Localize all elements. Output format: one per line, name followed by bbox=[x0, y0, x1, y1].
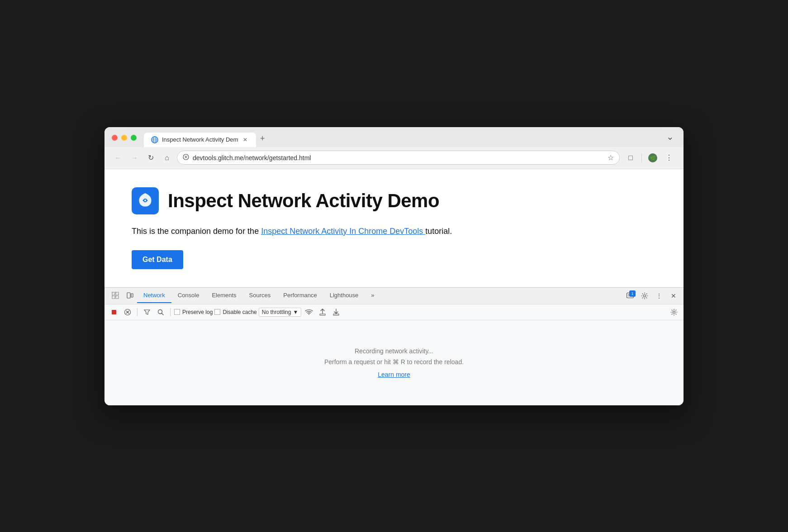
net-divider-1 bbox=[137, 308, 138, 316]
svg-rect-12 bbox=[112, 292, 115, 295]
page-title: Inspect Network Activity Demo bbox=[168, 190, 439, 212]
tab-more[interactable]: » bbox=[365, 288, 380, 303]
recording-sub-text: Perform a request or hit ⌘ R to record t… bbox=[324, 358, 464, 366]
disable-cache-label: Disable cache bbox=[223, 309, 256, 315]
disable-cache-checkbox[interactable]: Disable cache bbox=[214, 309, 256, 315]
tab-network[interactable]: Network bbox=[137, 288, 171, 303]
description-prefix: This is the companion demo for the bbox=[132, 227, 261, 236]
disable-cache-check[interactable] bbox=[214, 309, 220, 315]
network-toolbar: Preserve log Disable cache No throttling… bbox=[104, 304, 684, 320]
more-options-button[interactable]: ⋮ bbox=[662, 151, 676, 165]
toolbar-divider bbox=[641, 153, 642, 162]
traffic-lights bbox=[112, 135, 137, 147]
page-content: Inspect Network Activity Demo This is th… bbox=[104, 169, 684, 287]
svg-rect-14 bbox=[116, 292, 119, 295]
device-toolbar-button[interactable] bbox=[123, 288, 137, 304]
svg-point-28 bbox=[309, 314, 309, 315]
throttle-arrow: ▼ bbox=[293, 309, 298, 315]
reload-button[interactable]: ↻ bbox=[144, 152, 157, 164]
devtools-panel: Network Console Elements Sources Perform… bbox=[104, 287, 684, 405]
close-traffic-light[interactable] bbox=[112, 135, 118, 141]
description-suffix: tutorial. bbox=[425, 227, 452, 236]
tab-title: Inspect Network Activity Dem bbox=[162, 136, 238, 143]
browser-toolbar: ← → ↻ ⌂ devtools.glitch.me/network/getst… bbox=[104, 147, 684, 169]
devtools-settings-button[interactable] bbox=[638, 290, 651, 302]
issues-button[interactable]: 1 bbox=[624, 290, 636, 302]
preserve-log-checkbox[interactable]: Preserve log bbox=[174, 309, 213, 315]
svg-rect-17 bbox=[131, 294, 133, 297]
svg-text:🌿: 🌿 bbox=[650, 155, 656, 161]
active-tab[interactable]: Inspect Network Activity Dem ✕ bbox=[144, 133, 256, 147]
svg-rect-15 bbox=[116, 296, 119, 299]
new-tab-button[interactable]: + bbox=[256, 133, 269, 145]
devtools-tabs: Network Console Elements Sources Perform… bbox=[104, 288, 684, 304]
svg-point-29 bbox=[673, 311, 675, 313]
devtools-tab-actions: 1 ⋮ ✕ bbox=[624, 290, 680, 302]
tabs-area: Inspect Network Activity Dem ✕ + ⌄ bbox=[144, 133, 676, 147]
address-text: devtools.glitch.me/network/getstarted.ht… bbox=[193, 154, 604, 162]
net-divider-2 bbox=[170, 308, 171, 316]
devtools-close-button[interactable]: ✕ bbox=[667, 290, 680, 302]
tutorial-link[interactable]: Inspect Network Activity In Chrome DevTo… bbox=[261, 227, 425, 236]
security-icon bbox=[183, 154, 189, 162]
tab-elements[interactable]: Elements bbox=[205, 288, 242, 303]
inspect-element-button[interactable] bbox=[108, 288, 123, 304]
svg-rect-13 bbox=[112, 296, 115, 299]
minimize-traffic-light[interactable] bbox=[121, 135, 127, 141]
toolbar-actions: □ 🌿 ⋮ bbox=[623, 151, 676, 165]
profile-button[interactable]: 🌿 bbox=[646, 151, 660, 165]
recording-text: Recording network activity... bbox=[355, 347, 433, 355]
wifi-icon bbox=[303, 306, 315, 318]
globe-icon bbox=[151, 136, 158, 143]
download-har-button[interactable] bbox=[330, 306, 342, 318]
forward-button[interactable]: → bbox=[128, 152, 141, 164]
clear-button[interactable] bbox=[122, 306, 133, 318]
tab-lighthouse[interactable]: Lighthouse bbox=[323, 288, 365, 303]
get-data-button[interactable]: Get Data bbox=[132, 250, 183, 269]
address-bar[interactable]: devtools.glitch.me/network/getstarted.ht… bbox=[177, 151, 620, 165]
svg-point-11 bbox=[144, 200, 146, 201]
svg-line-27 bbox=[162, 313, 164, 315]
network-settings-button[interactable] bbox=[668, 306, 680, 318]
upload-har-button[interactable] bbox=[317, 306, 328, 318]
tab-close-button[interactable]: ✕ bbox=[242, 136, 249, 143]
page-logo bbox=[132, 187, 159, 214]
tab-console[interactable]: Console bbox=[171, 288, 206, 303]
tab-sources[interactable]: Sources bbox=[243, 288, 277, 303]
issues-badge: 1 bbox=[629, 290, 636, 297]
preserve-log-label: Preserve log bbox=[182, 309, 213, 315]
browser-window: Inspect Network Activity Dem ✕ + ⌄ ← → ↻… bbox=[104, 127, 684, 405]
back-button[interactable]: ← bbox=[112, 152, 124, 164]
search-button[interactable] bbox=[155, 306, 166, 318]
page-header: Inspect Network Activity Demo bbox=[132, 187, 656, 214]
extensions-button[interactable]: □ bbox=[623, 151, 638, 165]
network-empty-state: Recording network activity... Perform a … bbox=[104, 320, 684, 405]
throttle-select[interactable]: No throttling ▼ bbox=[259, 308, 302, 317]
maximize-traffic-light[interactable] bbox=[131, 135, 137, 141]
home-button[interactable]: ⌂ bbox=[161, 152, 173, 164]
filter-button[interactable] bbox=[141, 306, 153, 318]
bookmark-icon[interactable]: ☆ bbox=[608, 153, 614, 162]
page-description: This is the companion demo for the Inspe… bbox=[132, 225, 656, 238]
tab-performance[interactable]: Performance bbox=[277, 288, 323, 303]
svg-point-21 bbox=[644, 294, 646, 297]
svg-rect-16 bbox=[127, 293, 130, 298]
tab-menu-button[interactable]: ⌄ bbox=[664, 133, 676, 145]
learn-more-link[interactable]: Learn more bbox=[378, 371, 410, 378]
title-bar: Inspect Network Activity Dem ✕ + ⌄ bbox=[104, 127, 684, 147]
stop-recording-button[interactable] bbox=[108, 306, 120, 318]
svg-rect-22 bbox=[112, 310, 116, 314]
preserve-log-check[interactable] bbox=[174, 309, 180, 315]
throttle-label: No throttling bbox=[262, 309, 291, 315]
devtools-more-button[interactable]: ⋮ bbox=[653, 290, 665, 302]
